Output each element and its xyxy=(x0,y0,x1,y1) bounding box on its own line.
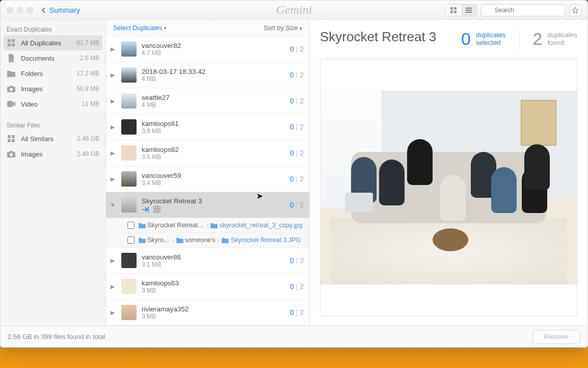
sidebar-item-size: 11 MB xyxy=(82,100,99,108)
duplicate-file-row[interactable]: Skyro…›someone's›Skyrocket Retreat 3.JPG xyxy=(106,232,309,247)
group-count: 0|2 xyxy=(290,71,304,79)
group-row[interactable]: ▶vancouver824.7 MB0|2 xyxy=(106,36,309,62)
grid-icon xyxy=(7,38,16,47)
thumbnail xyxy=(121,93,137,109)
group-size: 3 MB xyxy=(142,313,285,320)
found-label-2: found xyxy=(547,39,577,47)
sidebar-item-video[interactable]: Video11 MB xyxy=(1,96,105,112)
disclosure-triangle-icon[interactable]: ▼ xyxy=(109,202,116,208)
chevron-down-icon: ▾ xyxy=(164,25,167,31)
titlebar: Summary Gemini xyxy=(1,1,587,20)
sidebar-item-size: 81.7 MB xyxy=(76,39,99,46)
star-icon xyxy=(572,7,579,14)
duplicate-group: ▶2018-03-17 18.33.424 MB0|2 xyxy=(106,62,309,88)
select-duplicates-label: Select Duplicates xyxy=(113,24,163,32)
sidebar-item-documents[interactable]: Documents2.6 MB xyxy=(1,50,105,66)
close-window[interactable] xyxy=(7,7,13,13)
svg-point-13 xyxy=(10,88,13,91)
sidebar-item-all-duplicates[interactable]: All Duplicates81.7 MB xyxy=(4,35,102,50)
group-size: 3.9 MB xyxy=(142,127,285,135)
file-name: skyrocket_retreat_3_copy.jpg xyxy=(220,222,302,229)
duplicate-group: ▶kamloops613.9 MB0|2 xyxy=(106,114,309,140)
disclosure-triangle-icon[interactable]: ▶ xyxy=(109,46,116,52)
sidebar-item-images[interactable]: Images50.9 MB xyxy=(1,81,105,96)
disclosure-triangle-icon[interactable]: ▶ xyxy=(109,283,116,290)
sidebar-item-size: 17.2 MB xyxy=(76,70,99,77)
select-checkbox[interactable] xyxy=(127,236,135,244)
svg-rect-9 xyxy=(12,39,15,42)
group-row[interactable]: ▶vancouver863.1 MB0|2 xyxy=(106,248,309,273)
group-count: 0|2 xyxy=(290,256,304,265)
video-icon xyxy=(7,99,16,109)
found-label-1: duplicates xyxy=(547,32,577,39)
duplicate-list[interactable]: ▶vancouver824.7 MB0|2▶2018-03-17 18.33.4… xyxy=(106,36,309,326)
disclosure-triangle-icon[interactable]: ▶ xyxy=(109,98,116,104)
folder-crumb: Skyrocket Retreat… xyxy=(139,222,204,229)
group-row[interactable]: ▶vancouver593.4 MB0|2 xyxy=(106,166,309,192)
group-name: seattle27 xyxy=(142,94,285,101)
sidebar-item-all-similars[interactable]: All Similars2.48 GB xyxy=(1,131,105,146)
group-row[interactable]: ▶2018-03-17 18.33.424 MB0|2 xyxy=(106,62,309,88)
preview-title: Skyrocket Retreat 3 xyxy=(320,29,451,45)
remove-button[interactable]: Remove xyxy=(532,330,580,344)
sort-menu[interactable]: Sort by Size ▾ xyxy=(263,24,302,32)
group-count: 0|2 xyxy=(290,149,304,157)
group-row[interactable]: ▶kamloops623.5 MB0|2 xyxy=(106,140,309,166)
favorite-button[interactable] xyxy=(569,4,581,16)
disclosure-triangle-icon[interactable]: ▶ xyxy=(109,257,116,264)
found-count: 2 xyxy=(533,29,543,49)
disclosure-triangle-icon[interactable]: ▶ xyxy=(109,72,116,78)
image-preview[interactable] xyxy=(320,59,577,317)
group-name: rivieramaya352 xyxy=(142,305,285,313)
minimize-window[interactable] xyxy=(17,7,23,13)
group-size: 4 MB xyxy=(142,75,285,83)
preview-pane: Skyrocket Retreat 3 0 duplicatesselected… xyxy=(310,20,587,326)
group-row[interactable]: ▶kamloops613.9 MB0|2 xyxy=(106,114,309,140)
thumbnail xyxy=(121,279,137,294)
duplicate-group: ▶kamloops623.5 MB0|2 xyxy=(106,140,309,166)
sidebar-item-images[interactable]: Images2.48 GB xyxy=(1,146,105,162)
list-view-button[interactable] xyxy=(461,5,476,16)
select-checkbox[interactable] xyxy=(127,222,135,229)
zoom-window[interactable] xyxy=(27,7,33,13)
thumbnail xyxy=(121,171,137,187)
thumbnail xyxy=(121,67,137,83)
svg-rect-18 xyxy=(8,139,11,142)
grid-view-button[interactable] xyxy=(446,5,461,16)
group-size: 3 MB xyxy=(142,287,285,294)
grid-icon xyxy=(7,134,16,143)
back-button[interactable]: Summary xyxy=(40,6,80,14)
svg-rect-1 xyxy=(454,7,457,10)
back-label: Summary xyxy=(49,6,80,14)
search-input[interactable] xyxy=(481,4,565,16)
group-row[interactable]: ▶kamloops633 MB0|2 xyxy=(106,274,309,299)
sidebar-item-label: Images xyxy=(21,85,71,93)
breadcrumb: Skyro…›someone's›Skyrocket Retreat 3.JPG xyxy=(139,236,301,244)
list-icon xyxy=(465,7,472,14)
group-row[interactable]: ▶rivieramaya3523 MB0|2 xyxy=(106,300,309,325)
divider xyxy=(519,29,520,49)
folder-crumb: someone's xyxy=(176,236,216,244)
group-row[interactable]: ▶seattle274 MB0|2 xyxy=(106,88,309,114)
group-count: 0|2 xyxy=(290,123,304,131)
group-count: 0|2 xyxy=(290,97,304,105)
disclosure-triangle-icon[interactable]: ▶ xyxy=(109,309,116,316)
group-row[interactable]: ▼Skyrocket Retreat 30|2 xyxy=(106,192,309,218)
duplicate-group: ▶vancouver863.1 MB0|2 xyxy=(106,248,309,274)
group-count: 0|2 xyxy=(290,282,304,291)
breadcrumb: Skyrocket Retreat…›skyrocket_retreat_3_c… xyxy=(139,222,302,229)
group-count: 0|2 xyxy=(290,308,304,317)
duplicate-file-row[interactable]: Skyrocket Retreat…›skyrocket_retreat_3_c… xyxy=(106,218,309,232)
chevron-left-icon xyxy=(40,7,47,14)
select-duplicates-menu[interactable]: Select Duplicates ▾ xyxy=(113,24,167,32)
svg-rect-8 xyxy=(8,39,11,42)
group-count: 0|2 xyxy=(290,175,304,183)
grid-icon xyxy=(450,7,457,14)
disclosure-triangle-icon[interactable]: ▶ xyxy=(109,150,116,156)
disclosure-triangle-icon[interactable]: ▶ xyxy=(109,124,116,130)
camera-icon xyxy=(7,84,16,93)
duplicate-group: ▶vancouver824.7 MB0|2 xyxy=(106,36,309,62)
disclosure-triangle-icon[interactable]: ▶ xyxy=(109,176,116,182)
sidebar-item-folders[interactable]: Folders17.2 MB xyxy=(1,66,105,81)
group-name: vancouver86 xyxy=(142,253,285,261)
